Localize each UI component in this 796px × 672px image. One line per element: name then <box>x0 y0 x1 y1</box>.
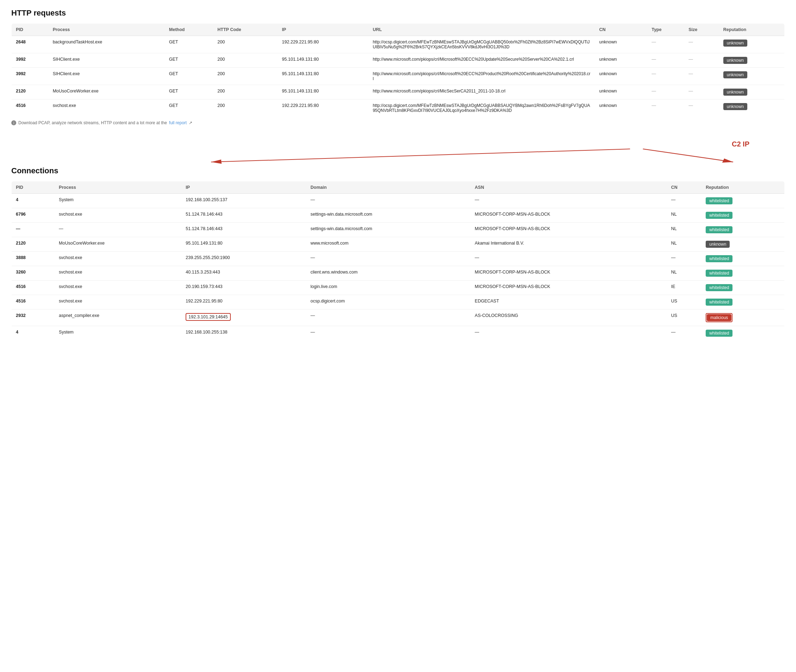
info-icon: i <box>11 120 16 125</box>
cell-asn: MICROSOFT-CORP-MSN-AS-BLOCK <box>471 281 667 295</box>
col-process: Process <box>55 181 181 194</box>
cell-cn: — <box>667 252 702 266</box>
col-type: Type <box>647 24 684 36</box>
table-row: 2120 MoUsoCoreWorker.exe 95.101.149.131:… <box>12 237 785 252</box>
cell-size: — <box>684 53 719 68</box>
note-text: Download PCAP, analyze network streams, … <box>18 120 167 125</box>
svg-line-1 <box>211 149 630 162</box>
cell-reputation: unknown <box>719 53 785 68</box>
table-row: 3888 svchost.exe 239.255.255.250:1900 — … <box>12 252 785 266</box>
cell-size: — <box>684 85 719 99</box>
reputation-badge: whitelisted <box>706 255 732 262</box>
cell-pid: 2648 <box>12 36 49 53</box>
reputation-badge: whitelisted <box>706 226 732 233</box>
cell-pid: 4516 <box>12 99 49 117</box>
cell-pid: 6796 <box>12 208 55 223</box>
cell-cn: NL <box>667 266 702 281</box>
cell-asn: MICROSOFT-CORP-MSN-AS-BLOCK <box>471 266 667 281</box>
cell-size: — <box>684 36 719 53</box>
cell-domain: settings-win.data.microsoft.com <box>306 223 471 237</box>
cell-size: — <box>684 68 719 85</box>
col-pid: PID <box>12 181 55 194</box>
table-row: 4 System 192.168.100.255:137 — — — white… <box>12 194 785 208</box>
cell-process: svchost.exe <box>55 281 181 295</box>
cell-cn: US <box>667 295 702 310</box>
cell-reputation: unknown <box>702 237 784 252</box>
cell-http-code: 200 <box>213 53 278 68</box>
reputation-badge: whitelisted <box>706 330 732 337</box>
cell-type: — <box>647 36 684 53</box>
reputation-badge: whitelisted <box>706 284 732 291</box>
cell-method: GET <box>165 68 213 85</box>
cell-pid: — <box>12 223 55 237</box>
cell-cn: NL <box>667 223 702 237</box>
cell-reputation: unknown <box>719 99 785 117</box>
http-table-header: PID Process Method HTTP Code IP URL CN T… <box>12 24 785 36</box>
cell-ip: 51.124.78.146:443 <box>181 223 306 237</box>
col-ip: IP <box>278 24 368 36</box>
cell-domain: settings-win.data.microsoft.com <box>306 208 471 223</box>
cell-process: — <box>55 223 181 237</box>
cell-process: MoUsoCoreWorker.exe <box>48 85 165 99</box>
cell-cn: unknown <box>595 53 647 68</box>
cell-pid: 4516 <box>12 295 55 310</box>
full-report-link[interactable]: full report <box>169 120 187 125</box>
external-link-icon: ↗ <box>189 120 192 125</box>
table-row: 2932 aspnet_compiler.exe 192.3.101.29:14… <box>12 310 785 326</box>
table-row: 3992 SIHClient.exe GET 200 95.101.149.13… <box>12 53 785 68</box>
cell-process: svchost.exe <box>55 266 181 281</box>
cell-process: svchost.exe <box>55 295 181 310</box>
cell-pid: 3888 <box>12 252 55 266</box>
table-row: 2120 MoUsoCoreWorker.exe GET 200 95.101.… <box>12 85 785 99</box>
cell-asn: — <box>471 252 667 266</box>
cell-cn: unknown <box>595 85 647 99</box>
cell-ip: 95.101.149.131:80 <box>181 237 306 252</box>
cell-size: — <box>684 99 719 117</box>
cell-method: GET <box>165 53 213 68</box>
cell-ip: 40.115.3.253:443 <box>181 266 306 281</box>
table-row: 2648 backgroundTaskHost.exe GET 200 192.… <box>12 36 785 53</box>
cell-method: GET <box>165 99 213 117</box>
cell-process: svchost.exe <box>48 99 165 117</box>
col-reputation: Reputation <box>719 24 785 36</box>
svg-line-2 <box>643 149 733 162</box>
connections-table: PID Process IP Domain ASN CN Reputation … <box>11 181 785 341</box>
cell-url: http://www.microsoft.com/pkiops/crl/Micr… <box>368 53 595 68</box>
reputation-badge: whitelisted <box>706 212 732 219</box>
cell-cn: NL <box>667 237 702 252</box>
table-row: 6796 svchost.exe 51.124.78.146:443 setti… <box>12 208 785 223</box>
cell-ip: 95.101.149.131:80 <box>278 85 368 99</box>
cell-domain: client.wns.windows.com <box>306 266 471 281</box>
table-row: 3992 SIHClient.exe GET 200 95.101.149.13… <box>12 68 785 85</box>
table-row: 4516 svchost.exe 192.229.221.95:80 ocsp.… <box>12 295 785 310</box>
cell-ip: 192.168.100.255:138 <box>181 326 306 341</box>
cell-ip: 20.190.159.73:443 <box>181 281 306 295</box>
cell-ip: 95.101.149.131:80 <box>278 53 368 68</box>
reputation-badge: whitelisted <box>706 197 732 204</box>
cell-cn: unknown <box>595 99 647 117</box>
cell-asn: MICROSOFT-CORP-MSN-AS-BLOCK <box>471 208 667 223</box>
cell-method: GET <box>165 36 213 53</box>
http-requests-section: HTTP requests PID Process Method HTTP Co… <box>11 8 785 125</box>
cell-cn: — <box>667 194 702 208</box>
cell-cn: US <box>667 310 702 326</box>
cell-reputation: unknown <box>719 68 785 85</box>
cell-type: — <box>647 53 684 68</box>
col-reputation: Reputation <box>702 181 784 194</box>
cell-pid: 4516 <box>12 281 55 295</box>
cell-asn: EDGECAST <box>471 295 667 310</box>
cell-process: System <box>55 326 181 341</box>
col-size: Size <box>684 24 719 36</box>
cell-asn: — <box>471 194 667 208</box>
col-cn: CN <box>667 181 702 194</box>
connections-section: C2 IP Connections PID Process IP Domain … <box>11 137 785 341</box>
reputation-badge: unknown <box>706 241 730 248</box>
cell-reputation: malicious <box>702 310 784 326</box>
col-cn: CN <box>595 24 647 36</box>
cell-type: — <box>647 99 684 117</box>
cell-domain: — <box>306 194 471 208</box>
cell-process: SIHClient.exe <box>48 68 165 85</box>
cell-http-code: 200 <box>213 99 278 117</box>
cell-process: svchost.exe <box>55 208 181 223</box>
cell-cn: IE <box>667 281 702 295</box>
